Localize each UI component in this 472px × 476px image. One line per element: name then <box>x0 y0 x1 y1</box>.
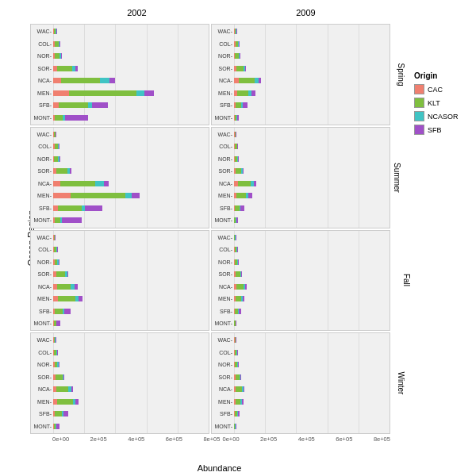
bar-wrapper-sor <box>234 66 389 71</box>
bar-wrapper-men <box>53 193 209 198</box>
bar-label-col: COL- <box>212 350 234 355</box>
bar-wrapper-wac <box>53 132 209 137</box>
bar-wrapper-nor <box>53 156 209 162</box>
bar-segment-sfb <box>61 53 62 59</box>
bar-segment-klt <box>58 205 81 211</box>
bar-label-wac: WAC- <box>31 132 53 137</box>
season-row-summer: WAC-COL-NOR-SOR-NCA-MEN-SFB-MONT-WAC-COL… <box>30 127 390 228</box>
bar-wrapper-mont <box>234 321 389 326</box>
bar-label-sor: SOR- <box>31 271 53 277</box>
legend-color-cac <box>414 84 424 94</box>
bar-row-winter-2002-sor: SOR- <box>31 373 209 381</box>
bar-label-sor: SOR- <box>31 66 53 71</box>
bar-segment-sfb <box>62 217 82 223</box>
bar-label-wac: WAC- <box>31 337 53 343</box>
bar-label-sor: SOR- <box>212 66 234 71</box>
bar-row-fall-2009-sor: SOR- <box>212 271 389 278</box>
bar-segment-klt <box>56 168 68 174</box>
season-row-spring: WAC-COL-NOR-SOR-NCA-MEN-SFB-MONT-WAC-COL… <box>30 24 390 125</box>
bar-wrapper-mont <box>234 424 389 429</box>
bar-segment-klt <box>236 168 241 174</box>
bar-segment-sfb <box>144 90 154 96</box>
panel-fall-2002: WAC-COL-NOR-SOR-NCA-MEN-SFB-MONT- <box>30 230 209 332</box>
bar-row-fall-2009-nca: NCA- <box>212 282 389 290</box>
bar-label-nca: NCA- <box>212 78 234 83</box>
bar-segment-sfb <box>109 78 115 83</box>
bar-row-spring-2009-col: COL- <box>212 40 389 48</box>
bar-segment-sfb <box>240 53 240 59</box>
bar-wrapper-mont <box>53 115 209 121</box>
bar-row-summer-2002-col: COL- <box>31 143 209 151</box>
bar-row-winter-2009-sor: SOR- <box>212 373 389 381</box>
bar-segment-klt <box>71 193 125 198</box>
bar-segment-klt <box>237 90 249 96</box>
bar-segment-sfb <box>56 424 59 429</box>
bar-segment-ncasor <box>136 90 144 96</box>
bar-label-mont: MONT- <box>212 321 234 326</box>
bar-label-nor: NOR- <box>212 259 234 265</box>
bar-row-winter-2009-sfb: SFB- <box>212 410 389 418</box>
panel-summer-2009: WAC-COL-NOR-SOR-NCA-MEN-SFB-MONT- <box>211 127 390 228</box>
panel-summer-2002: WAC-COL-NOR-SOR-NCA-MEN-SFB-MONT- <box>30 127 209 228</box>
bar-label-nca: NCA- <box>31 181 53 186</box>
bar-segment-sfb <box>238 411 240 416</box>
bar-label-sfb: SFB- <box>212 411 234 416</box>
col-header-2009: 2009 <box>221 8 390 24</box>
bar-segment-klt <box>69 90 137 96</box>
bar-row-summer-2009-men: MEN- <box>212 192 389 200</box>
bar-label-mont: MONT- <box>31 321 53 326</box>
bar-wrapper-mont <box>53 321 209 326</box>
legend-label-ncasor: NCASOR <box>428 113 459 121</box>
bar-segment-klt <box>59 102 88 108</box>
bar-segment-cac <box>53 90 69 96</box>
bar-wrapper-men <box>234 193 389 198</box>
bar-segment-sfb <box>243 296 244 301</box>
bar-wrapper-wac <box>53 29 209 34</box>
bar-label-men: MEN- <box>31 90 53 96</box>
bar-label-wac: WAC- <box>31 235 53 240</box>
bar-segment-sfb <box>70 168 71 174</box>
bar-label-sor: SOR- <box>31 168 53 174</box>
bar-segment-klt <box>60 181 95 186</box>
bar-label-sfb: SFB- <box>212 102 234 108</box>
bar-segment-sfb <box>67 271 68 277</box>
bar-row-summer-2009-sor: SOR- <box>212 167 389 175</box>
bar-wrapper-sor <box>234 168 389 174</box>
bar-row-spring-2009-wac: WAC- <box>212 28 389 36</box>
bar-segment-klt <box>238 181 251 186</box>
bar-segment-sfb <box>79 296 83 301</box>
bar-row-fall-2002-nca: NCA- <box>31 282 209 290</box>
bar-wrapper-col <box>53 247 209 252</box>
bar-row-spring-2009-men: MEN- <box>212 89 389 97</box>
bar-wrapper-col <box>53 350 209 355</box>
bar-label-nca: NCA- <box>31 284 53 290</box>
bar-label-sor: SOR- <box>212 374 234 380</box>
bar-row-fall-2009-men: MEN- <box>212 295 389 303</box>
bar-segment-sfb <box>244 386 244 392</box>
season-label-winter: Winter <box>397 372 405 395</box>
bar-segment-ncasor <box>95 181 104 186</box>
bar-segment-sfb <box>59 144 59 149</box>
bar-row-spring-2002-wac: WAC- <box>31 28 209 36</box>
bar-segment-ncasor <box>125 193 132 198</box>
bar-wrapper-sor <box>53 271 209 277</box>
bar-segment-klt <box>55 217 60 223</box>
bar-segment-sfb <box>243 168 244 174</box>
legend-title: Origin <box>414 71 468 80</box>
panel-spring-2009: WAC-COL-NOR-SOR-NCA-MEN-SFB-MONT- <box>211 24 390 125</box>
bar-label-wac: WAC- <box>31 29 53 34</box>
bar-wrapper-nor <box>53 362 209 367</box>
bar-row-winter-2002-men: MEN- <box>31 397 209 405</box>
bar-label-col: COL- <box>31 144 53 149</box>
bar-wrapper-wac <box>234 132 389 137</box>
bar-row-spring-2002-sfb: SFB- <box>31 102 209 109</box>
bar-segment-sfb <box>85 205 102 211</box>
bar-wrapper-col <box>53 144 209 149</box>
bar-wrapper-sfb <box>234 309 389 314</box>
bar-segment-klt <box>236 102 241 108</box>
bar-label-mont: MONT- <box>212 217 234 223</box>
bar-wrapper-wac <box>234 235 389 240</box>
bar-segment-sfb <box>63 411 68 416</box>
bar-label-nca: NCA- <box>31 386 53 392</box>
bar-segment-sfb <box>132 193 140 198</box>
